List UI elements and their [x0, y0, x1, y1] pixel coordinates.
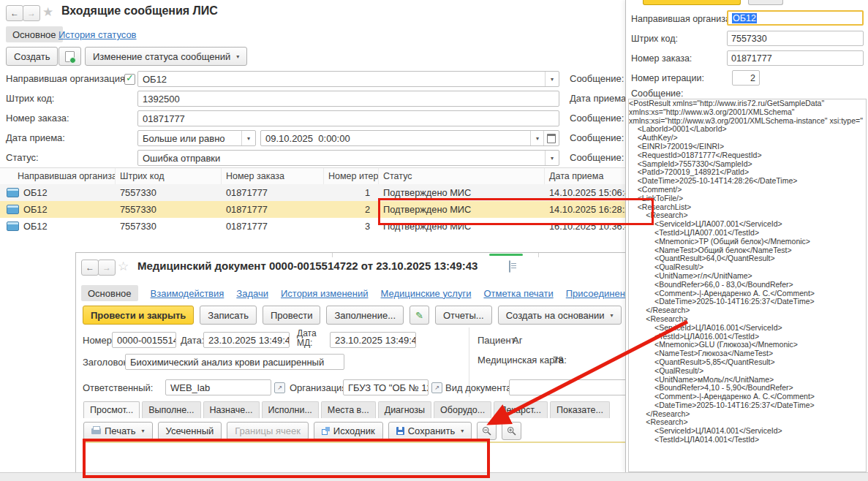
section-tab-1[interactable]: Просмот...: [83, 401, 140, 418]
truncated-button[interactable]: Усеченный: [158, 422, 222, 440]
zoom-in-button[interactable]: [502, 422, 521, 440]
save-and-close-button-partial[interactable]: [643, 0, 741, 5]
column-header-org[interactable]: Направившая организация: [0, 168, 116, 184]
fill-button[interactable]: Заполнение...: [326, 306, 404, 325]
chevron-down-icon[interactable]: ▾: [545, 151, 559, 165]
section-tab-2[interactable]: Выполне...: [142, 401, 200, 418]
xml-line: <DateTime>2025-10-14T14:28:26</DateTime>: [629, 177, 866, 186]
tab-status-history[interactable]: История статусов: [59, 29, 137, 40]
open-link-icon[interactable]: ↗: [274, 382, 285, 393]
column-header-barcode[interactable]: Штрих код: [116, 168, 222, 184]
side-label-message-3: Сообщение:: [570, 132, 624, 143]
column-header-iteration[interactable]: Номер итера...: [324, 168, 379, 184]
xml-line: xmlns:xsi="http://www.w3.org/2001/XMLSch…: [629, 117, 866, 126]
doc-tab-4[interactable]: История изменений: [281, 288, 369, 299]
panel-order-input[interactable]: 01871777: [727, 50, 864, 66]
panel-iteration-input[interactable]: 2: [732, 70, 760, 86]
xml-line: <TestId>ЦЛА014.001</TestId>: [629, 436, 866, 444]
message-xml-textarea[interactable]: <PostResult xmlns="http://www.iris72.ru/…: [628, 99, 867, 472]
doc-tab-6[interactable]: Отметка печати: [483, 288, 553, 299]
doc-back-button[interactable]: ←: [81, 260, 99, 276]
column-header-status[interactable]: Статус: [379, 168, 545, 184]
patient-value[interactable]: Аг: [513, 335, 522, 346]
read-message-button[interactable]: [59, 47, 81, 66]
xml-line: xmlns:xs="http://www.w3.org/2001/XMLSche…: [629, 108, 866, 117]
print-button[interactable]: Печать▾: [83, 422, 153, 440]
xml-line: <ServiceId>ЦЛА016.001</ServiceId>: [629, 324, 866, 333]
xml-line: <SampleId>7557330</SampleId>: [629, 160, 866, 169]
xml-line: <BoundRefer>66,0 - 83,0</BoundRefer>: [629, 281, 866, 289]
document-icon[interactable]: [509, 260, 510, 273]
tab-main[interactable]: Основное: [6, 26, 63, 42]
section-tab-4[interactable]: Исполни...: [262, 401, 319, 418]
write-button-partial[interactable]: [748, 0, 783, 5]
favorite-star-icon[interactable]: ★: [42, 4, 53, 20]
section-tab-8[interactable]: Лекарст...: [494, 401, 548, 418]
chevron-down-icon[interactable]: ▾: [530, 131, 544, 145]
filter-org-checkbox[interactable]: [124, 74, 135, 85]
section-tab-6[interactable]: Диагнозы: [378, 401, 431, 418]
doc-forward-button[interactable]: →: [98, 260, 116, 276]
zoom-out-button[interactable]: [477, 422, 497, 440]
filter-date-input[interactable]: 09.10.2025 0:00:00▾: [260, 130, 559, 146]
section-tab-3[interactable]: Назначе...: [203, 401, 260, 418]
create-button[interactable]: Создать: [6, 47, 58, 66]
filter-order-input[interactable]: 01871777: [137, 110, 559, 126]
panel-barcode-input[interactable]: 7557330: [727, 31, 864, 46]
change-status-button[interactable]: Изменение статуса сообщений▾: [85, 47, 247, 66]
save-button[interactable]: Сохранить▾: [388, 422, 472, 440]
fill-pen-button[interactable]: ✎: [410, 306, 429, 325]
column-header-order[interactable]: Номер заказа: [222, 168, 324, 184]
section-tab-7[interactable]: Оборудо...: [434, 401, 491, 418]
chevron-down-icon[interactable]: ▾: [545, 72, 559, 86]
content-separator: [83, 442, 626, 443]
xml-line: <QuantResult>64,0</QuantResult>: [629, 254, 866, 263]
reports-button[interactable]: Отчеты...: [435, 306, 492, 325]
xml-line: <RequestId>01871777</RequestId>: [629, 151, 866, 160]
active-tab-indicator: [489, 254, 523, 256]
source-button[interactable]: Исходник: [314, 422, 383, 440]
xml-line: </Research>: [629, 306, 866, 315]
calendar-icon[interactable]: [543, 131, 559, 145]
section-tab-9[interactable]: Показате...: [550, 401, 610, 418]
post-and-close-button[interactable]: Провести и закрыть: [83, 306, 194, 325]
back-button[interactable]: ←: [6, 5, 23, 21]
table-cell: 7557330: [116, 184, 222, 201]
section-tab-5[interactable]: Места в...: [321, 401, 376, 418]
xml-line: <AuthKey/>: [629, 134, 866, 143]
responsible-input[interactable]: WEB_lab: [165, 379, 271, 395]
chevron-down-icon: ▾: [611, 312, 614, 319]
post-button[interactable]: Провести: [263, 306, 321, 325]
filter-status-input[interactable]: Ошибка отправки▾: [137, 150, 559, 166]
table-cell: 01871777: [222, 218, 324, 235]
doc-tab-1[interactable]: Основное: [81, 285, 138, 301]
tab-divider: [332, 253, 333, 257]
date-md-input[interactable]: 23.10.2025 13:49:43: [330, 332, 416, 348]
open-link-icon[interactable]: ↗: [431, 382, 442, 393]
write-button[interactable]: Записать: [200, 306, 257, 325]
cell-borders-button[interactable]: Границы ячеек: [227, 422, 309, 440]
back-arrow-icon: ←: [86, 262, 94, 273]
filter-barcode-input[interactable]: 1392500: [137, 91, 559, 107]
lis-table-row[interactable]: ОБ127557330018717773Подтверждено МИС16.1…: [0, 218, 651, 235]
forward-button[interactable]: →: [23, 5, 40, 21]
doc-tab-5[interactable]: Медицинские услуги: [381, 288, 472, 299]
lis-table-row[interactable]: ОБ127557330018717772Подтверждено МИС14.1…: [0, 201, 651, 218]
doc-tab-3[interactable]: Задачи: [236, 288, 268, 299]
filter-org-input[interactable]: ОБ12▾: [137, 71, 559, 87]
forward-arrow-icon: →: [27, 8, 36, 18]
number-input[interactable]: 0000-0015514722: [112, 332, 176, 348]
save-icon: [396, 427, 404, 435]
organization-input[interactable]: ГБУЗ ТО "ОБ № 12": [343, 379, 429, 395]
header-input[interactable]: Биохимический анализ крови расширенный: [125, 354, 344, 370]
lis-table-row[interactable]: ОБ127557330018717771Подтверждено МИС14.1…: [0, 184, 651, 201]
date-input[interactable]: 23.10.2025 13:49:43: [203, 332, 290, 348]
xml-line: <Research>: [629, 315, 866, 324]
panel-org-input[interactable]: ОБ12: [727, 10, 864, 26]
create-based-on-button[interactable]: Создать на основании▾: [498, 306, 622, 325]
doc-tab-2[interactable]: Взаимодействия: [151, 288, 224, 299]
filter-date-condition-select[interactable]: Больше или равно▾: [137, 130, 256, 146]
favorite-star-icon[interactable]: ☆: [118, 259, 129, 274]
chevron-down-icon[interactable]: ▾: [241, 131, 255, 145]
med-card-value[interactable]: 78: [553, 355, 563, 366]
